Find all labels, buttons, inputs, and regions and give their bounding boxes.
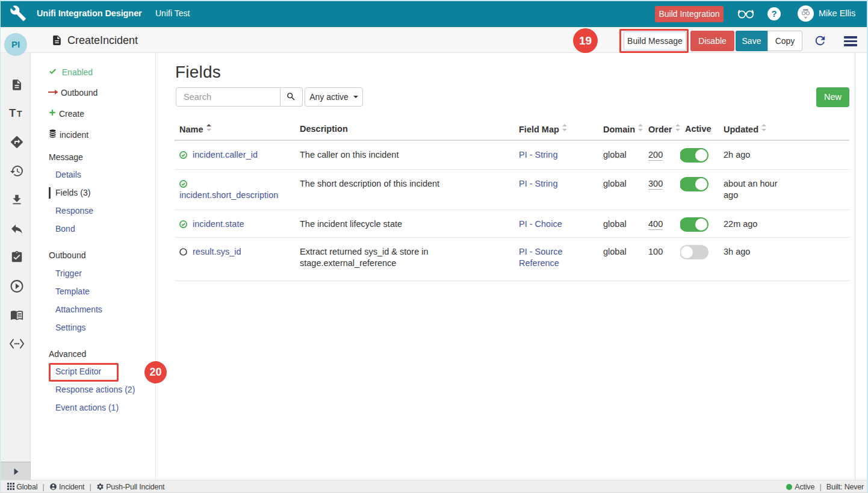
svg-text:T: T — [17, 109, 22, 119]
svg-text:T: T — [9, 107, 16, 119]
